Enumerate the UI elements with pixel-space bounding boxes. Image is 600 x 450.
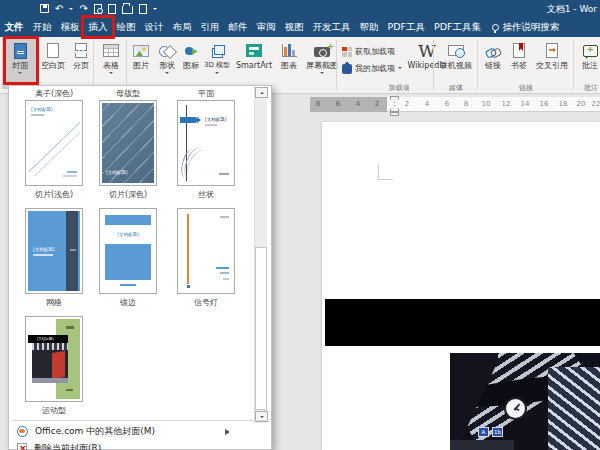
cover-thumb-banded[interactable]: [文档标题] bbox=[99, 208, 157, 294]
print-preview-icon[interactable] bbox=[94, 4, 102, 14]
tell-me-search[interactable]: 操作说明搜索 bbox=[492, 21, 560, 34]
tab-developer[interactable]: 开发工具 bbox=[308, 17, 355, 37]
roof-stripes-right bbox=[548, 367, 600, 450]
customize-qat-icon[interactable] bbox=[153, 8, 157, 12]
tab-layout[interactable]: 布局 bbox=[168, 17, 196, 37]
cover-thumb-semaphore[interactable] bbox=[177, 208, 235, 294]
page-break-button[interactable]: 分页 bbox=[68, 37, 94, 89]
ruler-tick: 8 bbox=[316, 100, 320, 108]
cross-reference-label: 交叉引用 bbox=[536, 61, 568, 70]
tab-file[interactable]: 文件 bbox=[0, 17, 28, 37]
cross-reference-button[interactable]: 交叉引用 bbox=[532, 37, 572, 89]
platform bbox=[450, 440, 514, 450]
thumb-title-text: [文档标题] bbox=[106, 170, 128, 175]
window-title: 文档1 - Wor bbox=[547, 3, 597, 16]
picture-icon bbox=[133, 45, 149, 57]
bookmark-button[interactable]: 书签 bbox=[506, 37, 532, 89]
tab-design[interactable]: 设计 bbox=[140, 17, 168, 37]
ruler-tick: 20 bbox=[577, 100, 586, 108]
cover-label[interactable]: 信号灯 bbox=[177, 297, 235, 308]
cover-thumb-grid[interactable]: [文档标题] bbox=[25, 208, 83, 294]
scroll-up-icon[interactable] bbox=[255, 87, 268, 98]
group-separator bbox=[93, 40, 94, 90]
table-label: 表格 bbox=[103, 61, 119, 70]
bookmark-label: 书签 bbox=[511, 61, 527, 70]
get-addins-button[interactable]: 获取加载项 bbox=[340, 43, 402, 60]
tab-insert[interactable]: 插入 bbox=[84, 17, 112, 37]
chart-button[interactable]: 图表 bbox=[276, 37, 302, 89]
submenu-arrow-icon bbox=[225, 429, 233, 435]
link-button[interactable]: 链接 bbox=[480, 37, 506, 89]
3d-model-icon bbox=[210, 44, 224, 58]
menu-remove-cover-label: 删除当前封面(R) bbox=[34, 442, 101, 450]
cover-photo-train-station: A 1b bbox=[450, 353, 600, 450]
ruler-tick: 12 bbox=[502, 100, 511, 108]
my-addins-button[interactable]: 我的加载项 bbox=[340, 60, 402, 77]
gallery-scrollbar[interactable] bbox=[254, 87, 267, 423]
smartart-button[interactable]: SmartArt bbox=[232, 37, 276, 89]
cover-thumb-sport[interactable]: [文档标题] bbox=[25, 316, 83, 402]
tab-view[interactable]: 视图 bbox=[280, 17, 308, 37]
tab-home[interactable]: 开始 bbox=[28, 17, 56, 37]
tab-draw[interactable]: 绘图 bbox=[112, 17, 140, 37]
3d-models-button[interactable]: 3D 模型 bbox=[202, 37, 232, 89]
thumb-title-text: [文档标题] bbox=[37, 337, 54, 342]
picture-button[interactable]: 图片 bbox=[128, 37, 154, 89]
undo-icon[interactable]: ↶ bbox=[55, 4, 63, 13]
tab-pdf-tools[interactable]: PDF工具 bbox=[383, 17, 430, 37]
tab-pdf-toolset[interactable]: PDF工具集 bbox=[430, 17, 486, 37]
tab-references[interactable]: 引用 bbox=[196, 17, 224, 37]
save-icon[interactable] bbox=[40, 4, 49, 13]
tab-review[interactable]: 审阅 bbox=[252, 17, 280, 37]
cover-label[interactable]: 运动型 bbox=[25, 405, 83, 416]
link-label: 链接 bbox=[485, 61, 501, 70]
online-video-button[interactable]: 联机视频 bbox=[436, 37, 476, 89]
dropdown-arrow-icon bbox=[320, 72, 324, 76]
cover-label[interactable]: 镶边 bbox=[99, 297, 157, 308]
comment-icon bbox=[583, 45, 598, 57]
platform-sign-a: A bbox=[478, 427, 489, 437]
page-break-label: 分页 bbox=[73, 61, 89, 70]
document-page[interactable]: A 1b bbox=[322, 122, 600, 450]
menu-more-covers[interactable]: Office.com 中的其他封面(M) bbox=[9, 423, 259, 440]
cover-label[interactable]: 丝状 bbox=[177, 189, 235, 200]
cover-label[interactable]: 切片(深色) bbox=[99, 189, 157, 200]
cover-label[interactable]: 网格 bbox=[25, 297, 83, 308]
tab-help[interactable]: 帮助 bbox=[355, 17, 383, 37]
tab-template[interactable]: 模板 bbox=[56, 17, 84, 37]
shapes-button[interactable]: 形状 bbox=[154, 37, 180, 89]
table-button[interactable]: 表格 bbox=[96, 37, 126, 89]
redo-icon[interactable]: ↷ bbox=[79, 4, 87, 13]
cover-label-partial[interactable]: 离子(深色) bbox=[25, 88, 83, 99]
first-line-indent-marker[interactable] bbox=[390, 96, 399, 103]
cover-thumb-slice-light[interactable]: [文档标题] bbox=[25, 100, 83, 186]
open-icon[interactable] bbox=[122, 6, 133, 14]
cover-title-bar bbox=[325, 299, 600, 346]
cover-thumb-filament[interactable]: [文档标题] bbox=[177, 100, 235, 186]
comment-button[interactable]: 批注 bbox=[576, 37, 600, 89]
recent-document-icon[interactable] bbox=[139, 4, 147, 14]
horizontal-ruler: 8 6 4 2 2 4 6 8 10 12 14 16 18 20 22 24 bbox=[310, 97, 600, 112]
cover-page-gallery-dropdown: 离子(深色) 母版型 平面 [文档标题] [文档标题] [文档标题] bbox=[8, 85, 272, 450]
shapes-icon bbox=[159, 44, 175, 58]
cover-label-partial[interactable]: 平面 bbox=[177, 88, 235, 99]
hanging-indent-marker[interactable] bbox=[390, 105, 399, 112]
menu-remove-cover[interactable]: 删除当前封面(R) bbox=[9, 440, 259, 450]
cover-label[interactable]: 切片(浅色) bbox=[25, 189, 83, 200]
ruler-tick: 6 bbox=[336, 100, 340, 108]
dropdown-arrow-icon bbox=[215, 72, 219, 76]
undo-dropdown-icon[interactable] bbox=[69, 8, 73, 12]
ruler-tick: 2 bbox=[375, 100, 379, 108]
group-links: 链接 书签 交叉引用 链接 bbox=[480, 37, 572, 93]
new-document-icon[interactable] bbox=[108, 4, 116, 14]
dropdown-arrow-icon bbox=[109, 72, 113, 76]
cover-thumb-slice-dark[interactable]: [文档标题] bbox=[99, 100, 157, 186]
online-video-label: 联机视频 bbox=[440, 61, 472, 70]
icons-button[interactable]: 图标 bbox=[180, 37, 202, 89]
scrollbar-thumb[interactable] bbox=[255, 247, 267, 410]
tab-mailings[interactable]: 邮件 bbox=[224, 17, 252, 37]
cover-label-partial[interactable]: 母版型 bbox=[99, 88, 157, 99]
blank-page-button[interactable]: 空白页 bbox=[38, 37, 68, 89]
annotation-box-cover-button bbox=[3, 36, 39, 85]
dropdown-arrow-icon bbox=[165, 72, 169, 76]
